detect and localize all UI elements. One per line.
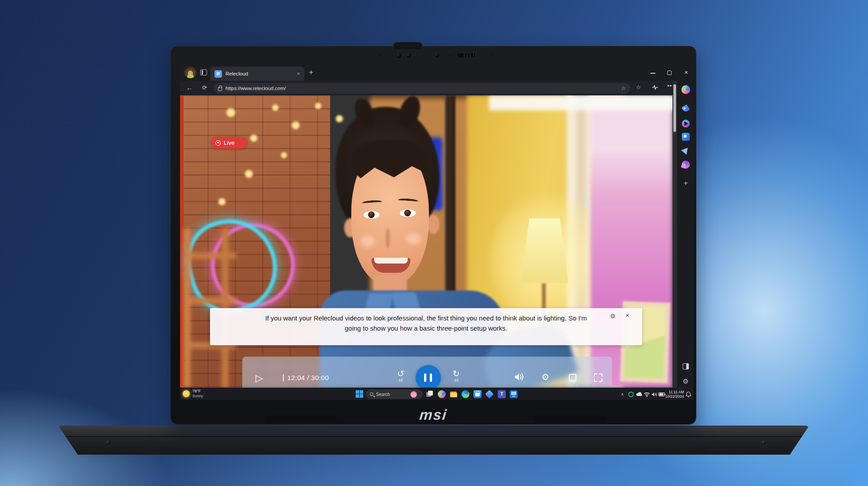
lock-icon	[218, 87, 222, 91]
weather-widget[interactable]: 78°F Sunny	[183, 389, 203, 398]
sidebar-add-icon[interactable]: +	[682, 179, 690, 187]
laptop-screen: R Relecloud ✕ + ✕ ← ⟳ https://www.relecl…	[180, 64, 694, 400]
camera-bump	[393, 42, 422, 49]
person-eye	[364, 211, 380, 219]
scene-bokeh-light	[335, 115, 343, 123]
miniplayer-icon[interactable]	[569, 374, 576, 381]
windows-taskbar: 78°F Sunny T ∧	[180, 388, 694, 400]
play-button[interactable]: ▷	[256, 373, 263, 384]
person-eye	[400, 209, 416, 217]
drop-send-icon[interactable]	[681, 145, 690, 154]
scene-wall-red-edge	[180, 95, 184, 388]
desktop-background: { "laptop": { "brand_logo": "msi" }, "br…	[0, 0, 868, 486]
privacy-shutter	[457, 53, 476, 58]
designer-icon[interactable]	[681, 160, 691, 170]
mic-dot-icon	[379, 54, 381, 57]
speaker-icon[interactable]	[651, 388, 657, 400]
webcam-lens-icon	[395, 52, 402, 59]
skip-back-icon: ↺	[394, 370, 407, 378]
tab-actions-icon[interactable]	[200, 69, 207, 75]
teams-icon[interactable]: T	[498, 390, 506, 398]
caption-settings-icon[interactable]: ⚙	[610, 313, 616, 320]
file-explorer-icon[interactable]	[450, 390, 458, 398]
caption-bar: If you want your Relecloud videos to loo…	[210, 308, 642, 345]
taskbar-search[interactable]	[366, 390, 422, 399]
skip-forward-icon: ↻	[450, 370, 463, 378]
tray-chevron-icon[interactable]: ∧	[621, 388, 624, 400]
base-screw-right	[761, 440, 767, 445]
scene-bokeh-light	[281, 152, 287, 158]
copilot-icon[interactable]	[681, 85, 690, 94]
edge-browser-icon[interactable]	[462, 390, 470, 398]
person-cheek-highlight	[406, 233, 421, 245]
onedrive-cloud-icon[interactable]	[636, 388, 643, 400]
task-view-button[interactable]	[425, 390, 433, 398]
wifi-icon[interactable]	[644, 388, 650, 400]
url-text: https://www.relecloud.com/	[225, 86, 617, 91]
window-minimize-button[interactable]	[650, 73, 655, 74]
video-player[interactable]: Live If you want your Relecloud videos t…	[180, 95, 673, 388]
person-nose-shadow	[386, 228, 390, 248]
security-tray-icon[interactable]	[628, 388, 634, 400]
search-input[interactable]	[376, 392, 408, 397]
scrollbar-thumb[interactable]	[673, 84, 676, 132]
browser-tab[interactable]: R Relecloud ✕	[210, 67, 304, 81]
live-dot-icon	[215, 140, 221, 146]
tray-time-text: 11:11 AM	[665, 390, 684, 394]
window-close-button[interactable]: ✕	[683, 70, 689, 75]
tab-close-icon[interactable]: ✕	[297, 72, 300, 76]
shopping-tag-icon[interactable]	[681, 104, 690, 113]
microsoft-store-icon[interactable]	[473, 390, 481, 398]
notebook-icon[interactable]	[683, 363, 689, 369]
site-favicon: R	[214, 70, 222, 78]
skip-back-10-button[interactable]: ↺ 10	[394, 370, 407, 385]
laptop-base	[58, 426, 809, 455]
scene-bokeh-light	[291, 121, 300, 130]
window-maximize-button[interactable]	[667, 71, 672, 75]
copilot-taskbar-icon[interactable]	[438, 390, 446, 398]
webcam-lens-icon	[405, 52, 412, 59]
browser-essentials-icon[interactable]	[652, 85, 658, 90]
volume-button[interactable]	[514, 373, 525, 381]
scene-bokeh-light	[315, 102, 322, 109]
weather-temperature: 78°F	[192, 389, 203, 394]
base-screw-left	[105, 440, 111, 445]
scene-bokeh-light	[250, 134, 258, 142]
address-bar[interactable]: https://www.relecloud.com/ ☆	[214, 83, 630, 94]
favorites-icon[interactable]: ☆	[636, 84, 641, 90]
pause-button[interactable]	[416, 365, 441, 388]
camera-led-icon	[448, 54, 451, 57]
sun-icon	[183, 390, 190, 397]
tray-date-text: 10/22/2024	[665, 394, 684, 399]
scene-top-white-band	[489, 95, 673, 110]
start-button[interactable]	[356, 390, 363, 398]
notification-bell-icon[interactable]	[686, 388, 691, 400]
search-icon	[370, 392, 373, 396]
bookmark-star-icon[interactable]: ☆	[621, 85, 626, 91]
skip-forward-10-button[interactable]: ↻ 10	[450, 370, 463, 385]
scene-bokeh-light	[272, 104, 279, 111]
person-ear	[427, 215, 440, 234]
profile-avatar[interactable]	[184, 67, 196, 79]
skip-back-amount: 10	[394, 378, 407, 382]
sidebar-settings-icon[interactable]: ⚙	[682, 377, 690, 385]
image-creator-icon[interactable]	[682, 133, 690, 141]
fullscreen-icon[interactable]	[594, 373, 602, 382]
mic-dot-icon	[490, 54, 492, 57]
page-scrollbar[interactable]	[673, 81, 677, 388]
games-icon[interactable]	[682, 120, 690, 128]
refresh-button[interactable]: ⟳	[202, 84, 207, 91]
tab-title: Relecloud	[225, 71, 293, 76]
dev-gem-app-icon[interactable]	[485, 390, 494, 399]
monitor-app-icon[interactable]	[510, 390, 518, 398]
back-button[interactable]: ←	[186, 84, 193, 91]
caption-close-icon[interactable]: ✕	[625, 313, 630, 319]
pause-bar-icon	[424, 373, 426, 382]
live-badge: Live	[211, 137, 247, 149]
edge-sidebar: + ⚙	[678, 81, 694, 388]
new-tab-button[interactable]: +	[309, 68, 313, 77]
brand-logo: msi	[170, 407, 697, 423]
ir-camera-icon	[434, 53, 440, 58]
player-settings-icon[interactable]: ⚙	[541, 372, 549, 382]
tray-clock[interactable]: 11:11 AM 10/22/2024	[665, 390, 684, 399]
